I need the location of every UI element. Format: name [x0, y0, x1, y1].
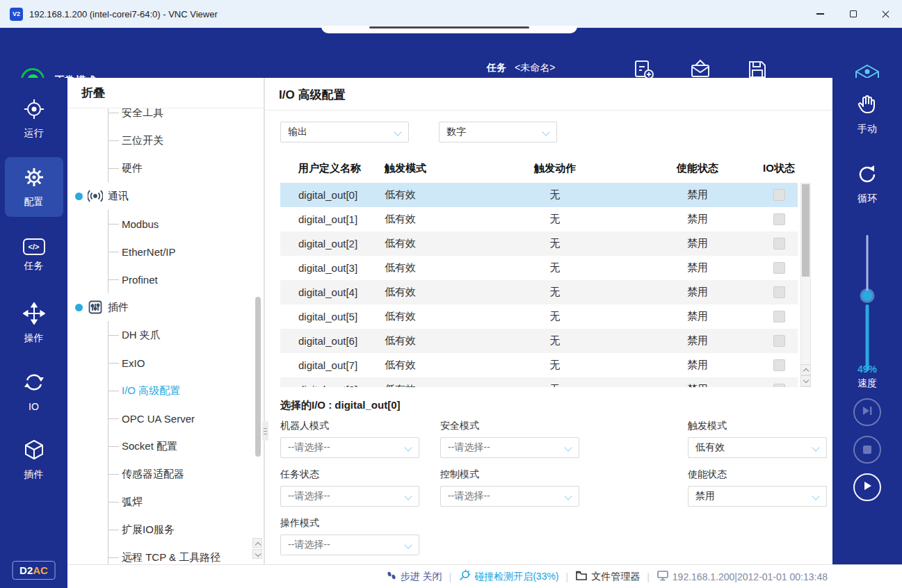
tree-item[interactable]: ExIO	[67, 349, 264, 377]
table-scrollbar[interactable]	[800, 183, 811, 387]
vnc-toolbar-tab[interactable]	[321, 26, 577, 33]
trigger-mode-select[interactable]: 低有效	[688, 437, 827, 458]
tree-item[interactable]: 硬件	[67, 154, 264, 182]
io-state-checkbox[interactable]	[773, 262, 785, 274]
table-row[interactable]: digital_out[7] 低有效 无 禁用	[280, 353, 798, 377]
sidebar-item-task[interactable]: </> 任务	[5, 225, 63, 285]
trigger-action-cell: 无	[475, 310, 635, 323]
tree-item-label: 扩展IO服务	[122, 523, 175, 537]
play-icon	[861, 480, 873, 495]
tree-item[interactable]: Profinet	[67, 266, 264, 293]
table-row[interactable]: digital_out[6] 低有效 无 禁用	[280, 329, 798, 353]
loop-mode-button[interactable]: 循环	[832, 163, 902, 205]
tree-scrollbar[interactable]	[255, 297, 261, 457]
io-state-checkbox[interactable]	[773, 238, 785, 250]
io-type-select[interactable]: 数字	[439, 122, 557, 142]
trigger-mode-value: 低有效	[695, 441, 725, 454]
slider-thumb[interactable]	[862, 291, 873, 301]
d2ac-badge-part2: AC	[33, 564, 48, 576]
tree-scroll-up-icon[interactable]	[252, 538, 262, 548]
table-scroll-down-icon[interactable]	[800, 375, 811, 386]
manual-mode-button[interactable]: 手动	[832, 93, 902, 136]
io-name-cell: digital_out[1]	[280, 213, 385, 225]
sidebar-item-io[interactable]: IO	[5, 361, 63, 421]
plugin-cube-icon	[23, 439, 45, 464]
tree-scroll-down-icon[interactable]	[252, 549, 262, 559]
sidebar-item-operate[interactable]: 操作	[5, 293, 63, 353]
play-button[interactable]	[853, 473, 881, 501]
tree-collapse-header[interactable]: 折叠	[67, 78, 264, 108]
table-row[interactable]: digital_out[3] 低有效 无 禁用	[280, 256, 798, 280]
step-run-button[interactable]	[853, 398, 881, 426]
vnc-toolbar-grip	[369, 26, 529, 28]
tree-item[interactable]: 传感器适配器	[67, 460, 264, 488]
col-header-enable-state: 使能状态	[635, 162, 760, 175]
close-button[interactable]	[869, 0, 902, 28]
io-state-checkbox[interactable]	[773, 335, 785, 347]
io-table-body: digital_out[0] 低有效 无 禁用 digital_out[1] 低…	[280, 183, 798, 387]
d2ac-badge[interactable]: D2AC	[12, 561, 56, 580]
status-separator: |	[647, 571, 650, 582]
io-state-checkbox[interactable]	[773, 189, 785, 201]
safety-mode-value: --请选择--	[448, 441, 490, 454]
tree-item-label: 三位开关	[122, 134, 163, 147]
operation-mode-select[interactable]: --请选择--	[280, 534, 419, 555]
tree-item[interactable]: Socket 配置	[67, 432, 264, 460]
table-row[interactable]: digital_out[5] 低有效 无 禁用	[280, 304, 798, 329]
tree-item[interactable]: EtherNet/IP	[67, 238, 264, 266]
table-row[interactable]: digital_out[2] 低有效 无 禁用	[280, 231, 798, 256]
task-state-select[interactable]: --请选择--	[280, 486, 419, 507]
tree-item[interactable]: 弧焊	[67, 488, 264, 516]
table-row[interactable]: digital_out[4] 低有效 无 禁用	[280, 280, 798, 304]
io-swap-icon	[23, 371, 45, 396]
control-mode-select[interactable]: --请选择--	[440, 486, 579, 507]
io-state-checkbox[interactable]	[773, 384, 785, 387]
file-manager-button[interactable]: 文件管理器	[575, 569, 640, 584]
collision-detection-status[interactable]: 碰撞检测开启(33%)	[458, 569, 558, 584]
tree-item-communication[interactable]: 通讯	[67, 182, 264, 210]
io-state-checkbox[interactable]	[773, 286, 785, 298]
minimize-button[interactable]	[804, 0, 837, 28]
io-name-cell: digital_out[5]	[280, 311, 385, 322]
speed-slider[interactable]	[832, 235, 902, 373]
config-tree-panel: 折叠 安全工具 三位开关 硬件 通讯 Modbus EtherNet/IP Pr…	[67, 78, 264, 564]
trigger-action-cell: 无	[475, 261, 635, 275]
robot-mode-value: --请选择--	[288, 441, 330, 454]
sidebar-item-run[interactable]: 运行	[5, 89, 63, 149]
tree-item[interactable]: 三位开关	[67, 126, 264, 154]
tree-item[interactable]: DH 夹爪	[67, 321, 264, 349]
table-row[interactable]: digital_out[1] 低有效 无 禁用	[280, 207, 798, 231]
table-row[interactable]: digital_out[8] 低有效 无 禁用	[280, 377, 798, 387]
window-titlebar[interactable]: V2 192.168.1.200 (intel-corei7-64:0) - V…	[0, 0, 902, 28]
io-state-checkbox[interactable]	[773, 359, 785, 371]
io-state-checkbox[interactable]	[773, 213, 785, 225]
io-direction-select[interactable]: 输出	[280, 122, 409, 142]
io-state-checkbox[interactable]	[773, 311, 785, 322]
tree-item-io-advanced-config[interactable]: I/O 高级配置	[67, 377, 264, 405]
trigger-mode-cell: 低有效	[385, 383, 475, 387]
table-row[interactable]: digital_out[0] 低有效 无 禁用	[280, 183, 798, 207]
stop-button[interactable]	[853, 436, 881, 464]
tree-item[interactable]: OPC UA Server	[67, 405, 264, 432]
table-header-row: 用户定义名称 触发模式 触发动作 使能状态 IO状态	[280, 156, 798, 181]
title-divider	[265, 110, 832, 111]
sidebar-item-config[interactable]: 配置	[5, 157, 63, 217]
tree-item[interactable]: 远程 TCP & 工具路径	[67, 544, 264, 564]
table-scrollbar-thumb[interactable]	[802, 184, 810, 277]
hand-icon	[855, 93, 880, 120]
enable-state-label: 使能状态	[688, 468, 827, 481]
safety-mode-select[interactable]: --请选择--	[440, 437, 579, 458]
table-scroll-up-icon[interactable]	[800, 364, 811, 375]
robot-mode-select[interactable]: --请选择--	[280, 437, 419, 458]
step-mode-status[interactable]: 步进 关闭	[386, 570, 442, 583]
tree-item[interactable]: Modbus	[67, 210, 264, 238]
tree-item-plugins[interactable]: 插件	[67, 293, 264, 321]
tree-item[interactable]: 安全工具	[67, 108, 264, 126]
tree-item-label: 插件	[108, 301, 129, 314]
sidebar-item-plugin[interactable]: 插件	[5, 430, 63, 489]
tree-item[interactable]: 扩展IO服务	[67, 516, 264, 544]
enable-state-select[interactable]: 禁用	[688, 486, 827, 507]
io-direction-value: 输出	[288, 126, 307, 138]
panel-splitter-handle[interactable]	[262, 421, 268, 441]
maximize-button[interactable]	[837, 0, 869, 28]
